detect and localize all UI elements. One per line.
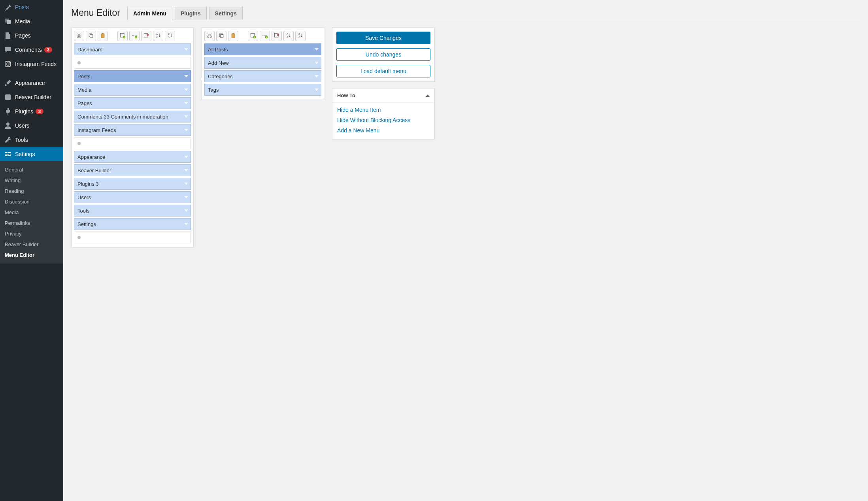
expand-icon[interactable]	[184, 196, 188, 198]
new-separator-icon	[262, 32, 268, 40]
svg-text:A: A	[168, 35, 170, 38]
menu-item-label: Instagram Feeds	[77, 127, 116, 133]
copy-button[interactable]	[86, 31, 96, 41]
tab-admin-menu[interactable]: Admin Menu	[127, 7, 172, 20]
expand-icon[interactable]	[315, 48, 319, 51]
expand-icon[interactable]	[184, 115, 188, 118]
expand-icon[interactable]	[184, 169, 188, 171]
new-menu-button[interactable]	[117, 31, 128, 41]
sidebar-item-tools[interactable]: Tools	[0, 133, 63, 147]
cut-button[interactable]	[204, 31, 215, 41]
sort-za-icon: ZA	[167, 32, 173, 40]
expand-icon[interactable]	[184, 102, 188, 104]
menu-item-row[interactable]: Tags	[204, 84, 321, 96]
submenu-item-discussion[interactable]: Discussion	[0, 196, 63, 207]
svg-text:Z: Z	[156, 35, 158, 38]
menu-item-row[interactable]: All Posts	[204, 43, 321, 55]
how-to-toggle[interactable]: How To	[332, 89, 434, 103]
expand-icon[interactable]	[315, 89, 319, 91]
submenu-item-beaver-builder[interactable]: Beaver Builder	[0, 239, 63, 250]
menu-separator[interactable]	[74, 232, 191, 243]
expand-icon[interactable]	[184, 89, 188, 91]
menu-item-row[interactable]: Instagram Feeds	[74, 124, 191, 136]
sliders-icon	[4, 150, 12, 158]
sidebar-item-comments[interactable]: Comments3	[0, 43, 63, 57]
menu-item-row[interactable]: Beaver Builder	[74, 164, 191, 176]
how-to-link[interactable]: Hide a Menu Item	[337, 107, 430, 113]
undo-changes-button[interactable]: Undo changes	[336, 48, 430, 61]
sidebar-item-media[interactable]: Media	[0, 14, 63, 28]
expand-icon[interactable]	[315, 62, 319, 64]
sort-az-icon: AZ	[285, 32, 292, 40]
submenu-item-writing[interactable]: Writing	[0, 175, 63, 186]
submenu-item-privacy[interactable]: Privacy	[0, 228, 63, 239]
how-to-link[interactable]: Hide Without Blocking Access	[337, 117, 430, 123]
expand-icon[interactable]	[315, 75, 319, 77]
save-changes-button[interactable]: Save Changes	[336, 32, 430, 44]
load-default-menu-button[interactable]: Load default menu	[336, 65, 430, 77]
expand-icon[interactable]	[184, 183, 188, 185]
submenu-item-general[interactable]: General	[0, 164, 63, 175]
tab-settings[interactable]: Settings	[209, 7, 243, 20]
sort-za-button[interactable]: ZA	[165, 31, 175, 41]
submenu-item-menu-editor[interactable]: Menu Editor	[0, 250, 63, 260]
delete-button[interactable]	[272, 31, 282, 41]
menu-separator[interactable]	[74, 137, 191, 149]
svg-rect-0	[5, 61, 11, 67]
sidebar-item-pages[interactable]: Pages	[0, 28, 63, 43]
svg-rect-24	[232, 33, 234, 34]
expand-icon[interactable]	[184, 209, 188, 212]
sidebar-item-settings[interactable]: Settings	[0, 147, 63, 161]
sidebar-item-plugins[interactable]: Plugins3	[0, 104, 63, 119]
menu-item-row[interactable]: Plugins 3	[74, 178, 191, 190]
menu-item-row[interactable]: Dashboard	[74, 43, 191, 55]
sidebar-item-posts[interactable]: Posts	[0, 0, 63, 14]
paste-button[interactable]	[228, 31, 238, 41]
sidebar-item-users[interactable]: Users	[0, 119, 63, 133]
paste-button[interactable]	[98, 31, 108, 41]
svg-text:A: A	[156, 33, 158, 35]
generic-icon	[4, 93, 12, 101]
menu-item-row[interactable]: Tools	[74, 205, 191, 217]
expand-icon[interactable]	[184, 129, 188, 131]
menu-item-row[interactable]: Media	[74, 84, 191, 96]
new-menu-button[interactable]	[248, 31, 258, 41]
sidebar-item-beaver-builder[interactable]: Beaver Builder	[0, 90, 63, 104]
menu-item-row[interactable]: Comments 33 Comments in moderation	[74, 111, 191, 122]
menu-item-row[interactable]: Categories	[204, 70, 321, 82]
expand-icon[interactable]	[184, 223, 188, 225]
cut-button[interactable]	[74, 31, 84, 41]
svg-text:A: A	[287, 33, 288, 35]
menu-item-row[interactable]: Pages	[74, 97, 191, 109]
menu-item-row[interactable]: Users	[74, 191, 191, 203]
sort-za-icon: ZA	[297, 32, 304, 40]
submenu-column: AZZA All PostsAdd NewCategoriesTags	[202, 27, 324, 100]
menu-item-row[interactable]: Add New	[204, 57, 321, 69]
expand-icon[interactable]	[184, 156, 188, 158]
submenu-item-permalinks[interactable]: Permalinks	[0, 218, 63, 228]
expand-icon[interactable]	[184, 75, 188, 77]
submenu-item-reading[interactable]: Reading	[0, 186, 63, 196]
menu-item-row[interactable]: Settings	[74, 218, 191, 230]
delete-button[interactable]	[141, 31, 151, 41]
new-separator-button[interactable]	[129, 31, 140, 41]
sidebar-item-label: Posts	[15, 4, 29, 10]
copy-button[interactable]	[216, 31, 226, 41]
sidebar-item-appearance[interactable]: Appearance	[0, 76, 63, 90]
menu-item-row[interactable]: Posts	[74, 70, 191, 82]
sort-az-button[interactable]: AZ	[153, 31, 163, 41]
how-to-link[interactable]: Add a New Menu	[337, 127, 430, 134]
menu-separator[interactable]	[74, 57, 191, 69]
menu-item-label: Users	[77, 194, 91, 200]
new-separator-button[interactable]	[260, 31, 270, 41]
submenu-item-media[interactable]: Media	[0, 207, 63, 218]
expand-icon[interactable]	[184, 48, 188, 51]
svg-text:Z: Z	[298, 33, 300, 35]
pin-icon	[4, 3, 12, 11]
delete-icon	[274, 32, 280, 40]
sort-za-button[interactable]: ZA	[295, 31, 306, 41]
menu-item-row[interactable]: Appearance	[74, 151, 191, 163]
sidebar-item-instagram-feeds[interactable]: Instagram Feeds	[0, 57, 63, 71]
tab-plugins[interactable]: Plugins	[175, 7, 207, 20]
sort-az-button[interactable]: AZ	[283, 31, 294, 41]
